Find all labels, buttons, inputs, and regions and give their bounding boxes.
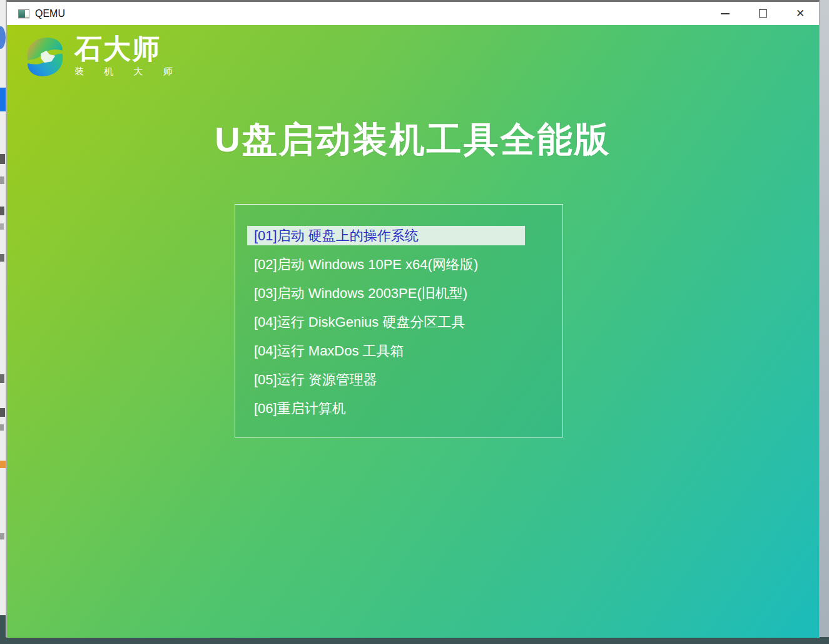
boot-menu-item-5[interactable]: [04]运行 MaxDos 工具箱 [247,341,525,360]
close-button[interactable]: ✕ [781,2,819,25]
bg-fragment-text [0,254,4,262]
boot-menu-item-3[interactable]: [03]启动 Windows 2003PE(旧机型) [247,284,525,303]
qemu-window: QEMU ✕ [6,0,820,638]
shidashi-logo-icon [22,34,68,80]
qemu-window-icon [18,9,29,18]
boot-menu-item-7[interactable]: [06]重启计算机 [247,399,525,418]
boot-menu-item-2[interactable]: [02]启动 Windows 10PE x64(网络版) [247,255,525,274]
bg-fragment-text [0,176,4,184]
background-bottom-bar [0,637,829,644]
bg-fragment-text [0,374,4,383]
window-title: QEMU [35,8,65,19]
boot-screen-title: U盘启动装机工具全能版 [7,116,819,164]
boot-screen: 石大师 装 机 大 师 U盘启动装机工具全能版 [01]启动 硬盘上的操作系统[… [7,25,819,638]
bg-fragment-text [0,408,5,417]
boot-menu-item-4[interactable]: [04]运行 DiskGenius 硬盘分区工具 [247,312,525,332]
minimize-button[interactable] [706,2,744,25]
window-controls: ✕ [706,2,819,25]
boot-menu-box: [01]启动 硬盘上的操作系统[02]启动 Windows 10PE x64(网… [235,204,563,437]
bg-fragment-orange-link [0,461,6,468]
bg-fragment-blue-logo [0,26,6,49]
brand-name: 石大师 [74,34,181,64]
boot-menu-list: [01]启动 硬盘上的操作系统[02]启动 Windows 10PE x64(网… [235,226,562,418]
background-right-sliver [820,0,829,644]
maximize-icon [759,9,767,18]
maximize-button[interactable] [744,2,781,25]
minimize-icon [721,13,730,14]
boot-menu-item-6[interactable]: [05]运行 资源管理器 [247,370,525,389]
brand-block: 石大师 装 机 大 师 [22,34,181,80]
brand-subtitle: 装 机 大 师 [74,66,181,78]
bg-fragment-text [0,154,5,164]
window-titlebar[interactable]: QEMU ✕ [7,2,819,25]
close-icon: ✕ [796,8,805,19]
bg-fragment-text [0,533,4,539]
bg-fragment-text [0,424,4,431]
bg-fragment-text [0,223,4,230]
bg-fragment-text [0,207,4,215]
boot-menu-item-1[interactable]: [01]启动 硬盘上的操作系统 [247,226,525,245]
